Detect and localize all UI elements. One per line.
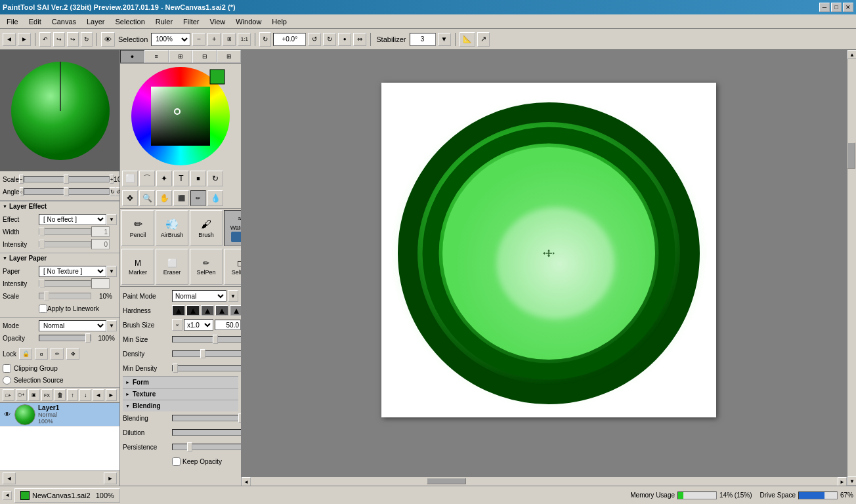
color-tab-wheel[interactable]: ● [120,50,144,63]
layer-paper-header[interactable]: Layer Paper [0,253,119,263]
menu-selection[interactable]: Selection [110,16,150,27]
selpen-brush[interactable]: ✏ SelPen [190,249,223,285]
airbrush-brush[interactable]: 💨 AirBrush [156,210,188,246]
hardness-btn-2[interactable]: ▲ [186,305,200,316]
angle-flip-button[interactable]: ↻ [110,187,116,196]
zoom-out-button[interactable]: − [192,33,205,46]
form-section-toggle[interactable]: Form [123,376,238,388]
canvas-container[interactable] [381,83,716,417]
angle-slider[interactable] [24,188,110,195]
stabilizer-dropdown[interactable]: ▼ [438,33,451,46]
color-tab-palette2[interactable]: ⊟ [192,50,217,63]
rotate-reset-button[interactable]: ● [338,33,351,46]
zoom-tool[interactable]: 🔍 [139,190,155,206]
scroll-track-vertical[interactable] [847,59,856,476]
ruler-tool-button[interactable]: 📐 [460,32,475,47]
scale-down-button[interactable]: − [19,175,24,184]
rotate-right-button[interactable]: ↻ [323,33,336,46]
hardness-btn-1[interactable]: ▲ [172,305,185,316]
maximize-button[interactable]: □ [831,3,842,12]
color-tab-palette1[interactable]: ⊞ [169,50,193,63]
rotation-input[interactable] [273,33,306,46]
menu-layer[interactable]: Layer [81,16,110,27]
sel-erase-tool[interactable]: ⬛ [173,190,189,206]
canvas-tab[interactable]: NewCanvas1.sai2 100% [14,488,120,503]
menu-ruler[interactable]: Ruler [150,16,178,27]
layer-new-raster-button[interactable]: □+ [3,389,14,401]
scale-slider[interactable] [24,176,110,182]
scroll-thumb-horizontal[interactable] [427,478,466,484]
apply-linework-checkbox[interactable] [39,304,47,313]
menu-view[interactable]: View [205,16,231,27]
color-wheel-container[interactable] [131,67,230,165]
lock-alpha-button[interactable]: α [35,348,48,360]
marquee-tool[interactable]: ⬜ [122,171,138,186]
close-button[interactable]: ✕ [843,3,853,12]
lasso-tool[interactable]: ⌒ [139,171,155,186]
eyedrop-tool[interactable]: 💧 [207,190,223,206]
scroll-left-button[interactable]: ◄ [242,477,251,486]
layer-effect-header[interactable]: Layer Effect [0,201,119,211]
angle-flip2-button[interactable]: ↺ [116,187,120,196]
mode-dropdown-button[interactable]: ▼ [106,320,117,331]
paint-mode-select[interactable]: Normal [172,290,226,302]
effect-dropdown-button[interactable]: ▼ [106,214,117,225]
blending-section-toggle[interactable]: Blending [123,400,238,411]
zoom-select[interactable]: 100% 50% 200% [151,33,190,46]
paper-scale-slider[interactable] [39,293,91,299]
layer-right-button[interactable]: ► [106,389,118,401]
paper-select[interactable]: [ No Texture ] [39,266,106,277]
toolbar-btn-1[interactable]: ↶ [39,32,51,47]
lock-all-button[interactable]: 🔒 [19,348,32,360]
canvas-scrollbar-vertical[interactable]: ▲ ▼ [847,50,856,486]
bottom-scroll-left[interactable]: ◄ [3,491,12,500]
density-slider[interactable] [172,350,241,357]
min-density-slider[interactable] [172,365,241,371]
scroll-track-horizontal[interactable] [251,477,838,486]
dilution-slider[interactable] [172,429,241,436]
hardness-btn-4[interactable]: ▲ [215,305,228,316]
pencil-brush[interactable]: ✏ Pencil [121,210,154,246]
keep-opacity-checkbox[interactable] [172,457,181,466]
minimize-button[interactable]: ─ [819,3,830,12]
opacity-slider[interactable] [39,335,91,341]
hardness-btn-3[interactable]: ▲ [201,305,214,316]
paper-intensity-slider[interactable] [39,280,91,287]
min-size-slider[interactable] [172,336,241,343]
zoom-in-button[interactable]: + [207,33,221,46]
width-value[interactable] [91,226,110,237]
selection-source-radio[interactable] [3,376,11,385]
persistence-slider[interactable] [172,444,241,450]
clipping-group-checkbox[interactable] [3,364,11,373]
layer-move-up-button[interactable]: ↑ [67,389,79,401]
scroll-down-button[interactable]: ▼ [847,476,856,486]
menu-file[interactable]: File [1,16,24,27]
selers-brush[interactable]: ◻ SelErs [224,249,241,285]
hand-tool[interactable]: ✋ [156,190,172,206]
texture-section-toggle[interactable]: Texture [123,388,238,400]
brush-size-input[interactable] [215,320,241,330]
canvas-scrollbar-horizontal[interactable]: ◄ ► [242,476,847,486]
extra-tool-button[interactable]: ↗ [477,32,490,47]
paper-dropdown-button[interactable]: ▼ [106,266,117,277]
layer-move-down-button[interactable]: ↓ [79,389,91,401]
waterbrush-brush[interactable]: ≈ Water... [224,210,241,246]
fit-button[interactable]: ⊞ [223,33,236,46]
toolbar-btn-4[interactable]: ↻ [81,32,93,47]
brush-brush[interactable]: 🖌 Brush [190,210,223,246]
menu-edit[interactable]: Edit [24,16,47,27]
brush-size-multiplier-select[interactable]: x1.0 [184,319,213,331]
scale-up-button[interactable]: + [110,175,114,184]
layer-item[interactable]: 👁 Layer1 Normal 100% [0,403,119,427]
width-slider[interactable] [39,228,91,235]
blending-slider[interactable] [172,415,241,421]
nav-left-button[interactable]: ◄ [3,33,16,46]
menu-window[interactable]: Window [230,16,267,27]
layer-visibility-toggle[interactable]: 👁 [1,409,13,421]
toolbar-btn-2[interactable]: ↪ [53,32,65,47]
layer-nav-left-button[interactable]: ◄ [3,472,16,484]
paper-intensity-value[interactable] [91,278,110,289]
color-tab-palette3[interactable]: ⊞ [217,50,241,63]
rotate-left-button[interactable]: ↺ [308,33,321,46]
pen-sel-tool[interactable]: ✏ [190,190,206,206]
